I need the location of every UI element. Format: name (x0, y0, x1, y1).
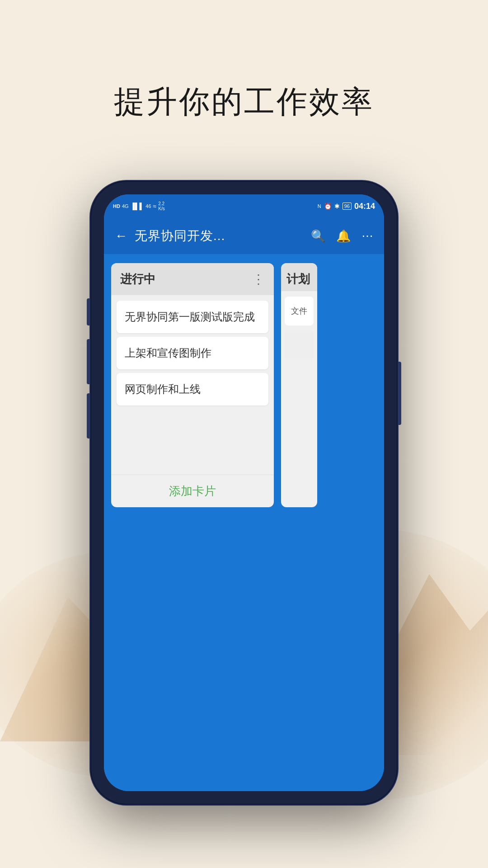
nfc-icon: N (318, 203, 321, 209)
card-text: 无界协同第一版测试版完成 (125, 311, 255, 323)
phone-button-volume-down (87, 393, 90, 439)
card-text: 上架和宣传图制作 (125, 347, 211, 359)
more-button[interactable]: ⋯ (361, 229, 373, 243)
phone-screen: HD 4G ▐▌▌ 46 ≈ 2.2K/s N ⏰ ✱ 96 04:14 ← (104, 194, 384, 791)
hd-icon: HD (113, 203, 120, 209)
kanban-board: 进行中 ⋮ 无界协同第一版测试版完成 上架和宣传图制作 网页制作和上线 (104, 254, 384, 791)
kanban-card[interactable]: 网页制作和上线 (117, 373, 268, 406)
signal-bars: ▐▌▌ (131, 203, 144, 210)
network-4g: 4G (122, 203, 129, 209)
kanban-card[interactable]: 上架和宣传图制作 (117, 337, 268, 369)
app-title: 无界协同开发... (135, 227, 304, 245)
phone-button-volume-up (87, 339, 90, 384)
wifi-icon: ≈ (153, 203, 157, 210)
status-bar-right: N ⏰ ✱ 96 04:14 (318, 202, 375, 211)
alarm-icon: ⏰ (324, 203, 332, 210)
page-headline: 提升你的工作效率 (0, 81, 488, 123)
phone-button-power (398, 362, 401, 425)
partial-column-header: 计划 (281, 263, 317, 291)
status-bar: HD 4G ▐▌▌ 46 ≈ 2.2K/s N ⏰ ✱ 96 04:14 (104, 194, 384, 218)
phone-button-volume-silent (87, 298, 90, 326)
partial-card-2 (285, 331, 314, 360)
notification-button[interactable]: 🔔 (336, 229, 351, 243)
network-4g-2: 46 (145, 203, 151, 209)
status-bar-left: HD 4G ▐▌▌ 46 ≈ 2.2K/s (113, 201, 165, 211)
status-time: 04:14 (354, 202, 375, 211)
kanban-column-menu-button[interactable]: ⋮ (252, 272, 265, 287)
app-bar-actions: 🔍 🔔 ⋯ (311, 229, 373, 243)
search-button[interactable]: 🔍 (311, 229, 325, 243)
phone-shell: HD 4G ▐▌▌ 46 ≈ 2.2K/s N ⏰ ✱ 96 04:14 ← (90, 181, 398, 805)
back-button[interactable]: ← (115, 229, 127, 243)
phone-mockup: HD 4G ▐▌▌ 46 ≈ 2.2K/s N ⏰ ✱ 96 04:14 ← (90, 181, 398, 805)
app-bar: ← 无界协同开发... 🔍 🔔 ⋯ (104, 218, 384, 254)
card-text: 网页制作和上线 (125, 383, 201, 395)
add-card-button[interactable]: 添加卡片 (111, 475, 274, 507)
battery-level: 96 (343, 203, 352, 210)
kanban-column-title: 进行中 (120, 271, 155, 287)
bluetooth-icon: ✱ (334, 203, 340, 210)
speed-indicator: 2.2K/s (158, 201, 164, 211)
kanban-cards-list: 无界协同第一版测试版完成 上架和宣传图制作 网页制作和上线 (111, 295, 274, 475)
kanban-card[interactable]: 无界协同第一版测试版完成 (117, 301, 268, 333)
kanban-column-header: 进行中 ⋮ (111, 263, 274, 295)
kanban-column-partial: 计划 文件 (281, 263, 317, 507)
kanban-column-in-progress: 进行中 ⋮ 无界协同第一版测试版完成 上架和宣传图制作 网页制作和上线 (111, 263, 274, 507)
partial-card: 文件 (285, 297, 314, 326)
